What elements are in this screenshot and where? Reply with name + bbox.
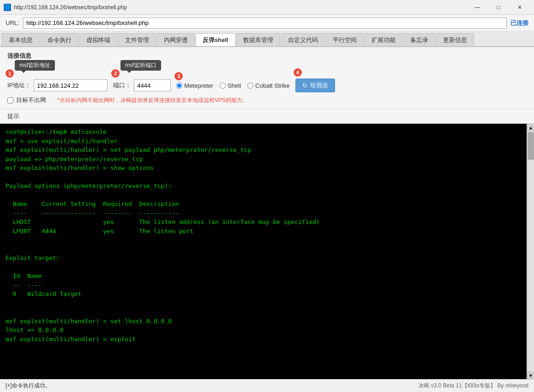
scroll-up-arrow[interactable]: ▲	[527, 124, 534, 131]
badge-4: 4	[294, 68, 302, 77]
port-group: 2 msf监听端口 端口：	[113, 79, 171, 91]
status-left: [+]命令执行成功。	[6, 382, 51, 390]
terminal-content: root@silver:/tmp# msfconsole msf > use e…	[6, 127, 521, 344]
title-bar: 🌐 http://192.168.124.26/websec/tmp/bxshe…	[0, 0, 534, 15]
maximize-button[interactable]: □	[488, 0, 509, 15]
main-area: 连接信息 1 msf监听地址 IP地址： 2 msf监听端口 端口： 3	[0, 47, 534, 379]
url-label: URL:	[6, 19, 19, 26]
ip-label: IP地址：	[7, 81, 31, 90]
tab-7[interactable]: 自定义代码	[281, 33, 325, 46]
refresh-icon: ↻	[302, 82, 307, 89]
tab-6[interactable]: 数据库管理	[236, 33, 280, 46]
url-bar: URL: 已连接	[0, 15, 534, 31]
radio-group: Metepreter Shell Cobalt Strike	[176, 82, 289, 89]
radio-shell[interactable]: Shell	[220, 82, 241, 89]
window-controls: — □ ✕	[467, 0, 530, 15]
connection-panel: 连接信息 1 msf监听地址 IP地址： 2 msf监听端口 端口： 3	[0, 47, 534, 109]
hint-label: 提示	[7, 113, 19, 120]
close-button[interactable]: ✕	[509, 0, 530, 15]
tab-5[interactable]: 反弹shell	[196, 33, 235, 46]
tab-0[interactable]: 基本信息	[2, 33, 40, 46]
scroll-down-arrow[interactable]: ▼	[527, 372, 534, 379]
port-input[interactable]	[134, 79, 171, 91]
badge-3: 3	[174, 72, 183, 80]
url-input[interactable]	[23, 18, 507, 29]
tab-10[interactable]: 备忘录	[403, 33, 435, 46]
radio-meterpreter-label: Metepreter	[184, 82, 213, 89]
scrollbar[interactable]: ▲ ▼	[527, 124, 534, 379]
badge-2: 2	[111, 69, 120, 78]
radio-cobalt-label: Cobalt Strike	[255, 82, 289, 89]
connect-btn-label: 给我连	[310, 81, 328, 90]
tab-4[interactable]: 内网穿透	[157, 33, 195, 46]
tab-bar: 基本信息命令执行虚拟终端文件管理内网穿透反弹shell数据库管理自定义代码平行空…	[0, 31, 534, 47]
notice-text: *当目标内网不能出网时，冰蝎提供将反弹连接转发至本地或远程VPS的能力。	[57, 96, 248, 104]
tab-11[interactable]: 更新信息	[436, 33, 474, 46]
app-icon: 🌐	[4, 4, 11, 11]
connection-panel-title: 连接信息	[7, 52, 527, 60]
status-bar: [+]命令执行成功。 冰蝎 v3.0 Beta 11【t00ls专版】 By r…	[0, 379, 534, 392]
tab-2[interactable]: 虚拟终端	[79, 33, 117, 46]
tooltip-1: msf监听地址	[15, 60, 55, 71]
tab-8[interactable]: 平行空间	[326, 33, 364, 46]
connection-form: 1 msf监听地址 IP地址： 2 msf监听端口 端口： 3 Metepret…	[7, 65, 527, 92]
connect-button[interactable]: ↻ 给我连	[295, 78, 335, 92]
no-internet-checkbox[interactable]: 目标不出网	[7, 96, 46, 104]
radio-shell-label: Shell	[228, 82, 241, 89]
tab-3[interactable]: 文件管理	[118, 33, 156, 46]
radio-group-wrapper: 3 Metepreter Shell Cobalt Strike	[176, 82, 289, 89]
tab-9[interactable]: 扩展功能	[365, 33, 402, 46]
tooltip-2: msf监听端口	[120, 60, 161, 71]
ip-input[interactable]	[34, 79, 108, 91]
minimize-button[interactable]: —	[467, 0, 488, 15]
connection-row2: 目标不出网 *当目标内网不能出网时，冰蝎提供将反弹连接转发至本地或远程VPS的能…	[7, 96, 527, 104]
status-right: 冰蝎 v3.0 Beta 11【t00ls专版】 By rebeyond	[418, 382, 528, 390]
connected-badge: 已连接	[510, 19, 528, 27]
ip-group: 1 msf监听地址 IP地址：	[7, 79, 108, 91]
hint-section: 提示	[0, 109, 534, 124]
port-label: 端口：	[113, 81, 131, 90]
radio-meterpreter[interactable]: Metepreter	[176, 82, 213, 89]
scrollbar-thumb[interactable]	[528, 132, 534, 160]
terminal-wrapper: root@silver:/tmp# msfconsole msf > use e…	[0, 124, 534, 379]
checkbox-label: 目标不出网	[16, 96, 46, 104]
connect-group: 4 ↻ 给我连	[295, 78, 335, 92]
tab-1[interactable]: 命令执行	[41, 33, 78, 46]
radio-cobalt[interactable]: Cobalt Strike	[247, 82, 289, 89]
terminal[interactable]: root@silver:/tmp# msfconsole msf > use e…	[0, 124, 527, 379]
title-text: http://192.168.124.26/websec/tmp/bxshell…	[14, 4, 467, 11]
badge-1: 1	[6, 69, 14, 78]
